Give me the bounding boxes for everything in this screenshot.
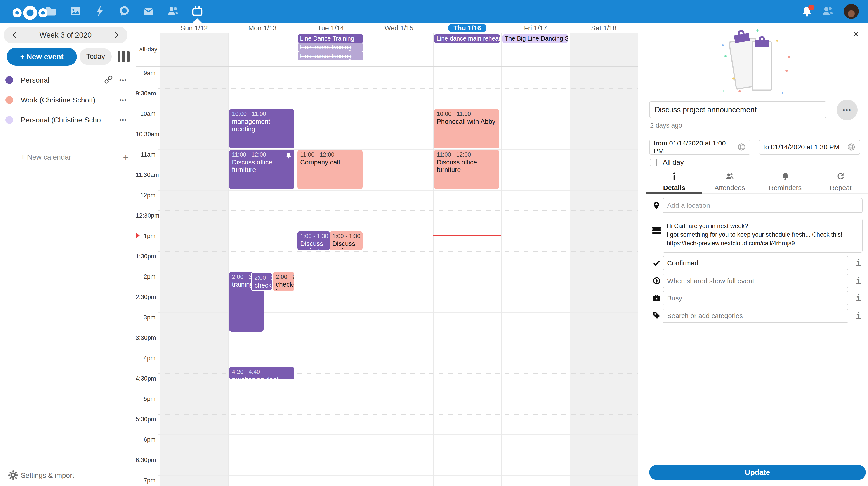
event[interactable]: 1:00 - 1:30Discuss project: [330, 231, 363, 250]
more-actions-button[interactable]: •••: [837, 99, 858, 120]
user-avatar[interactable]: [844, 4, 859, 19]
tab-repeat[interactable]: Repeat: [813, 170, 868, 193]
allday-event[interactable]: Line dance training: [298, 52, 363, 60]
new-event-button[interactable]: + New event: [7, 48, 77, 66]
event[interactable]: 4:20 - 4:40purchasing dept: [229, 367, 294, 379]
calendar-name: Work (Christine Schott): [21, 96, 95, 104]
check-icon: [652, 259, 661, 267]
day-header[interactable]: Fri 1/17: [501, 23, 569, 33]
info-icon[interactable]: i: [854, 258, 864, 268]
time-axis-label: 2pm: [135, 273, 156, 280]
grid-line: [158, 271, 638, 272]
day-header[interactable]: Mon 1/13: [228, 23, 297, 33]
allday-event[interactable]: Line dance training: [298, 43, 363, 52]
week-label[interactable]: Week 3 of 2020: [29, 31, 103, 39]
event[interactable]: 11:00 - 12:00Company call: [298, 150, 363, 189]
detail-select[interactable]: Confirmed: [662, 256, 848, 270]
start-datetime-field[interactable]: from 01/14/2020 at 1:00 PM: [649, 140, 750, 154]
detail-select[interactable]: When shared show full event: [662, 274, 848, 288]
all-day-toggle[interactable]: All day: [650, 159, 684, 167]
allday-event[interactable]: The Big Line Dancing Show: [502, 34, 568, 43]
allday-event[interactable]: Line Dance Training: [298, 34, 363, 43]
event-title: management meeting: [232, 118, 291, 133]
new-calendar-button[interactable]: + New calendar +: [0, 151, 135, 165]
event[interactable]: 11:00 - 12:00Discuss office furniture: [229, 150, 294, 189]
grid-line: [158, 353, 638, 353]
end-datetime-field[interactable]: to 01/14/2020 at 1:30 PM: [759, 140, 860, 154]
column-divider: [569, 23, 570, 486]
event[interactable]: 10:00 - 11:00Phonecall with Abby: [434, 109, 499, 148]
detail-row: Busyi: [647, 291, 868, 305]
info-icon[interactable]: i: [854, 293, 864, 304]
clipboard-illustration: [719, 29, 796, 95]
allday-event[interactable]: Line dance main rehearsal: [434, 34, 500, 43]
calendar-list-item[interactable]: Personal (Christine Scho…•••: [0, 110, 135, 130]
all-day-checkbox[interactable]: [650, 159, 657, 166]
event-title: Discuss office furniture: [437, 159, 496, 174]
info-icon[interactable]: i: [854, 310, 864, 321]
next-week-button[interactable]: [103, 27, 127, 44]
calendar-list-item[interactable]: Personal•••: [0, 70, 135, 90]
calendar-menu-button[interactable]: •••: [119, 116, 127, 123]
day-header-label: Sun 1/12: [181, 24, 208, 32]
calendar-list: Personal•••Work (Christine Schott)•••Per…: [0, 70, 135, 130]
time-axis-label: 6pm: [135, 436, 156, 443]
info-icon: [670, 172, 679, 182]
location-input[interactable]: [662, 198, 863, 213]
event[interactable]: 11:00 - 12:00Discuss office furniture: [434, 150, 499, 189]
event[interactable]: 2:00 - 2:30check-in: [273, 272, 294, 291]
view-toggle-button[interactable]: [118, 51, 131, 62]
today-button[interactable]: Today: [80, 48, 112, 65]
app-calendar[interactable]: [191, 5, 203, 17]
share-link-icon[interactable]: [103, 75, 114, 86]
detail-row: When shared show full eventi: [647, 274, 868, 288]
event-time: 1:00 - 1:30: [300, 233, 327, 239]
bell-icon: [801, 15, 813, 18]
day-header[interactable]: Tue 1/14: [297, 23, 365, 33]
app-talk[interactable]: [118, 5, 130, 17]
current-time-arrow: [136, 233, 140, 238]
event[interactable]: 10:00 - 11:00management meeting: [229, 109, 294, 148]
contacts-menu-button[interactable]: [822, 5, 834, 17]
detail-select[interactable]: Search or add categories: [662, 309, 848, 323]
app-activity[interactable]: [94, 5, 105, 17]
tab-reminders[interactable]: Reminders: [757, 170, 813, 193]
update-button[interactable]: Update: [649, 465, 866, 480]
timezone-globe-icon[interactable]: [847, 143, 856, 151]
settings-import-button[interactable]: Settings & import: [0, 469, 135, 483]
time-axis-label: 4:30pm: [135, 375, 156, 382]
detail-select[interactable]: Busy: [662, 291, 848, 305]
time-axis-label: 1:30pm: [135, 253, 156, 260]
event-title-input[interactable]: [649, 102, 827, 118]
app-photos[interactable]: [69, 5, 81, 17]
tab-attendees[interactable]: Attendees: [702, 170, 758, 193]
app-mail[interactable]: [143, 5, 154, 17]
tab-details[interactable]: Details: [647, 170, 702, 193]
event[interactable]: 2:00 - 2:30check-in: [251, 272, 273, 291]
previous-week-button[interactable]: [4, 27, 29, 44]
calendar-list-item[interactable]: Work (Christine Schott)•••: [0, 90, 135, 110]
description-textarea[interactable]: Hi Carl! are you in next week? I got som…: [662, 219, 863, 253]
grid-line: [158, 455, 638, 455]
app-files[interactable]: [45, 5, 57, 17]
calendar-menu-button[interactable]: •••: [119, 96, 127, 104]
day-header[interactable]: Sat 1/18: [569, 23, 638, 33]
close-editor-button[interactable]: ×: [849, 28, 862, 40]
grid-line: [158, 68, 638, 68]
notifications-button[interactable]: [801, 5, 813, 17]
calendar-icon: [191, 5, 203, 17]
event[interactable]: 1:00 - 1:30Discuss project announcement: [298, 231, 330, 250]
grid-line: [158, 231, 638, 231]
bell-icon: [781, 172, 789, 182]
day-header[interactable]: Wed 1/15: [365, 23, 433, 33]
day-header[interactable]: Thu 1/16: [433, 23, 501, 33]
event-title: check-in: [276, 281, 291, 291]
day-header[interactable]: Sun 1/12: [160, 23, 228, 33]
event-title: Discuss office furniture: [232, 159, 291, 174]
app-contacts[interactable]: [167, 5, 179, 17]
info-icon[interactable]: i: [854, 276, 864, 286]
timezone-globe-icon[interactable]: [737, 143, 746, 151]
calendar-menu-button[interactable]: •••: [119, 77, 127, 84]
event-title: check-in: [254, 282, 269, 291]
day-header-label: Sat 1/18: [591, 24, 616, 32]
